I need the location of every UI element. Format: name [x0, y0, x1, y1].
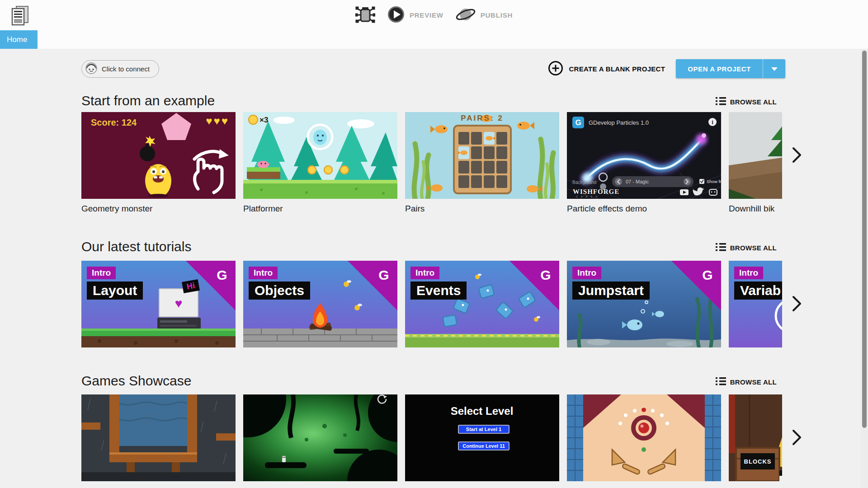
chevron-down-icon — [771, 66, 778, 72]
tutorials-section-header: Our latest tutorials BROWSE ALL — [81, 239, 777, 254]
tutorials-row: ♥ G — [81, 261, 868, 347]
showcase-browse-all-label: BROWSE ALL — [730, 378, 777, 386]
create-blank-label: CREATE A BLANK PROJECT — [569, 65, 665, 73]
tutorial-badge: Intro — [249, 267, 278, 279]
tutorials-next-button[interactable] — [788, 293, 806, 315]
examples-next-button[interactable] — [788, 145, 806, 166]
oshi-thumbnail — [243, 394, 397, 481]
examples-title: Start from an example — [81, 93, 215, 108]
tutorials-browse-all-button[interactable]: BROWSE ALL — [716, 243, 777, 254]
lost-dog-thumbnail — [81, 394, 236, 481]
scrollbar-thumb[interactable] — [862, 51, 867, 428]
tutorial-card-layout[interactable]: ♥ G — [81, 261, 236, 347]
tutorial-variables-thumbnail: +1 G Intro Variab — [729, 261, 782, 347]
main-toolbar: PREVIEW PUBLISH — [0, 0, 868, 30]
examples-row: Score: 124 ♥♥♥ Geometry monster — [81, 112, 868, 214]
card-label: Geometry monster — [81, 204, 236, 214]
preview-button[interactable]: PREVIEW — [387, 5, 443, 25]
showcase-section-header: Games Showcase BROWSE ALL — [81, 373, 777, 389]
example-card-pairs[interactable]: PAIRS: 2 Pairs — [405, 112, 559, 214]
geometry-monster-thumbnail: Score: 124 ♥♥♥ — [81, 112, 236, 199]
showcase-next-button[interactable] — [788, 427, 806, 449]
publish-label: PUBLISH — [481, 11, 513, 19]
tutorial-title: Jumpstart — [572, 282, 650, 300]
gdevelop-home: PREVIEW PUBLISH Home — [0, 0, 868, 488]
showcase-browse-all-button[interactable]: BROWSE ALL — [716, 377, 777, 389]
svg-text:G: G — [702, 267, 712, 282]
svg-text:G: G — [575, 118, 581, 127]
tutorial-card-variables[interactable]: +1 G Intro Variab — [729, 261, 782, 347]
pairs-score-text: PAIRS: 2 — [405, 114, 559, 123]
showcase-card-lost-dog[interactable]: The Lost Dog's Frienship — [81, 394, 236, 488]
showcase-card-blockman[interactable]: BLOCKS It's Bloc — [729, 394, 782, 488]
open-project-group: OPEN A PROJECT — [676, 59, 785, 78]
top-actions-row: Click to connect CREATE A BLANK PROJECT — [81, 59, 785, 79]
svg-text:♥: ♥ — [175, 296, 183, 310]
play-icon — [387, 5, 405, 25]
bug-icon — [355, 5, 375, 25]
plus-circle-icon — [548, 61, 563, 77]
tutorial-card-objects[interactable]: G Intro Objects — [243, 261, 397, 347]
svg-text:WISHFORGE: WISHFORGE — [573, 188, 619, 195]
tutorial-badge: Intro — [87, 267, 116, 279]
tutorial-card-jumpstart[interactable]: G Intro Jumpstart — [567, 261, 721, 347]
svg-text:Continue Level 11: Continue Level 11 — [462, 443, 505, 449]
tutorials-title: Our latest tutorials — [81, 239, 191, 254]
tutorials-browse-all-label: BROWSE ALL — [730, 244, 777, 252]
example-card-particle-effects[interactable]: G GDevelop Particles 1.0 i Background — [567, 112, 721, 214]
open-project-dropdown-button[interactable] — [763, 59, 785, 78]
tutorial-title: Events — [410, 282, 467, 300]
tutorial-jumpstart-thumbnail: G Intro Jumpstart — [567, 261, 721, 347]
showcase-card-pinball[interactable]: Pinball 2D — [567, 394, 721, 488]
svg-text:G: G — [378, 267, 389, 282]
toolbar-center: PREVIEW PUBLISH — [0, 0, 868, 30]
list-icon — [716, 243, 726, 253]
debugger-button[interactable] — [355, 5, 375, 25]
coin-counter: ×3 — [259, 116, 268, 125]
connect-label: Click to connect — [102, 65, 150, 73]
svg-text:Select Level: Select Level — [451, 405, 514, 417]
tab-home-label: Home — [7, 35, 27, 44]
tutorial-card-events[interactable]: G Intro Events — [405, 261, 559, 347]
create-blank-project-button[interactable]: CREATE A BLANK PROJECT — [548, 61, 665, 77]
card-label: Pinball 2D — [567, 486, 721, 488]
comet-combat-thumbnail: Select Level Start at Level 1 Continue L… — [405, 394, 559, 481]
showcase-title: Games Showcase — [81, 373, 191, 389]
list-icon — [716, 377, 726, 387]
tutorial-badge: Intro — [734, 267, 763, 279]
svg-text:BLOCKS: BLOCKS — [744, 458, 772, 465]
downhill-thumbnail — [729, 112, 782, 199]
score-text: Score: 124 — [91, 117, 137, 128]
connect-button[interactable]: Click to connect — [81, 60, 159, 78]
home-content: Click to connect CREATE A BLANK PROJECT — [0, 49, 868, 488]
scrollbar-track[interactable] — [861, 49, 868, 488]
examples-browse-all-button[interactable]: BROWSE ALL — [716, 97, 777, 108]
card-label: The Lost Dog's Frienship — [81, 486, 236, 488]
tab-bar: Home — [0, 30, 868, 49]
particles-thumbnail: G GDevelop Particles 1.0 i Background — [567, 112, 721, 199]
example-card-downhill[interactable]: Downhill bik — [729, 112, 782, 214]
example-card-geometry-monster[interactable]: Score: 124 ♥♥♥ Geometry monster — [81, 112, 236, 214]
hearts-display: ♥♥♥ — [206, 115, 229, 127]
tutorial-events-thumbnail: G Intro Events — [405, 261, 559, 347]
svg-text:i: i — [712, 119, 713, 126]
pairs-thumbnail: PAIRS: 2 — [405, 112, 559, 199]
card-label: Particle effects demo — [567, 204, 721, 214]
svg-text:07 - Magic: 07 - Magic — [626, 179, 649, 184]
list-icon — [716, 97, 726, 107]
tutorial-title: Objects — [249, 282, 310, 300]
pinball-thumbnail — [567, 394, 721, 481]
card-label: Platformer — [243, 204, 397, 214]
tab-home[interactable]: Home — [0, 30, 38, 49]
examples-section-header: Start from an example BROWSE ALL — [81, 93, 777, 108]
example-card-platformer[interactable]: ×3 Platformer — [243, 112, 397, 214]
showcase-card-comet-combat[interactable]: Select Level Start at Level 1 Continue L… — [405, 394, 559, 488]
chevron-right-icon — [791, 440, 802, 447]
publish-button[interactable]: PUBLISH — [455, 5, 513, 25]
showcase-card-oshi[interactable]: Oshi's Journey — [243, 394, 397, 488]
card-label: Oshi's Journey — [243, 486, 397, 488]
open-project-button[interactable]: OPEN A PROJECT — [676, 59, 763, 78]
svg-text:G: G — [540, 267, 551, 282]
blockman-thumbnail: BLOCKS — [729, 394, 782, 481]
showcase-row: The Lost Dog's Frienship — [81, 394, 868, 488]
